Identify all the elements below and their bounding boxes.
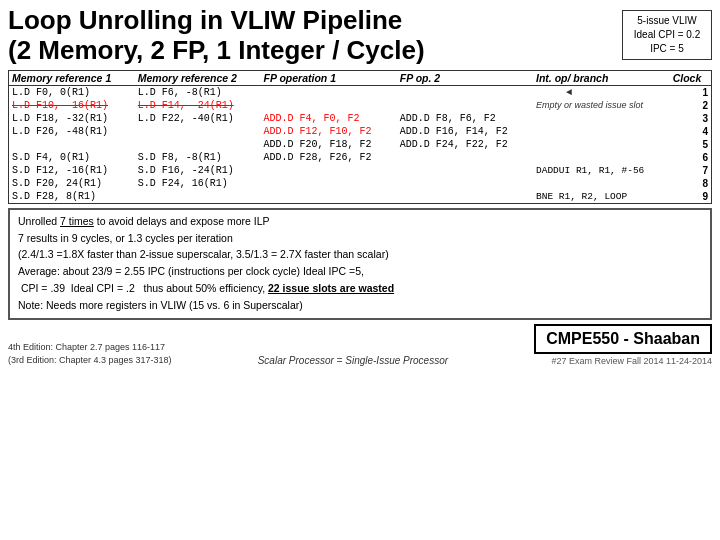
intop-cell: DADDUI R1, R1, #-56 [533, 164, 670, 177]
summary-line4: Average: about 23/9 = 2.55 IPC (instruct… [18, 264, 702, 280]
pipeline-table: Memory reference 1 Memory reference 2 FP… [9, 71, 711, 203]
table-row: L.D F18, -32(R1)L.D F22, -40(R1)ADD.D F4… [9, 112, 711, 125]
intop-cell [533, 125, 670, 138]
exam-info: #27 Exam Review Fall 2014 11-24-2014 [534, 356, 712, 366]
table-row: S.D F4, 0(R1)S.D F8, -8(R1)ADD.D F28, F2… [9, 151, 711, 164]
intop-cell [533, 177, 670, 190]
intop-cell [533, 112, 670, 125]
summary-line6: Note: Needs more registers in VLIW (15 v… [18, 298, 702, 314]
pipeline-table-container: Memory reference 1 Memory reference 2 FP… [8, 70, 712, 204]
table-row: S.D F12, -16(R1)S.D F16, -24(R1)DADDUI R… [9, 164, 711, 177]
col-header-mem1: Memory reference 1 [9, 71, 135, 86]
title-line2: (2 Memory, 2 FP, 1 Integer / Cycle) [8, 35, 425, 65]
cmpe-box: CMPE550 - Shaaban [534, 324, 712, 354]
vliw-info-box: 5-issue VLIW Ideal CPI = 0.2 IPC = 5 [622, 10, 712, 60]
summary-line1: Unrolled 7 times to avoid delays and exp… [18, 214, 702, 230]
main-title: Loop Unrolling in VLIW Pipeline (2 Memor… [8, 6, 614, 66]
table-row: L.D F0, 0(R1)L.D F6, -8(R1) ◄1 [9, 85, 711, 99]
vliw-line2: Ideal CPI = 0.2 [628, 28, 706, 42]
intop-cell [533, 151, 670, 164]
col-header-intop: Int. op/ branch [533, 71, 670, 86]
intop-cell: BNE R1, R2, LOOP [533, 190, 670, 203]
title-block: Loop Unrolling in VLIW Pipeline (2 Memor… [8, 6, 614, 66]
edition-block: 4th Edition: Chapter 2.7 pages 116-117 (… [8, 341, 172, 366]
table-row: S.D F28, 8(R1)BNE R1, R2, LOOP9 [9, 190, 711, 203]
table-row: ADD.D F20, F18, F2ADD.D F24, F22, F25 [9, 138, 711, 151]
vliw-line3: IPC = 5 [628, 42, 706, 56]
table-row: L.D F26, -48(R1)ADD.D F12, F10, F2ADD.D … [9, 125, 711, 138]
table-row: L.D F10, -16(R1)L.D F14, -24(R1)Empty or… [9, 99, 711, 112]
pipeline-tbody: L.D F0, 0(R1)L.D F6, -8(R1) ◄1L.D F10, -… [9, 85, 711, 203]
edition2: (3rd Edition: Chapter 4.3 pages 317-318) [8, 354, 172, 367]
vliw-line1: 5-issue VLIW [628, 14, 706, 28]
title-line1: Loop Unrolling in VLIW Pipeline [8, 5, 402, 35]
intop-cell [533, 138, 670, 151]
scalar-label: Scalar Processor = Single-Issue Processo… [172, 355, 535, 366]
scalar-label-block: Scalar Processor = Single-Issue Processo… [172, 355, 535, 366]
intop-cell: Empty or wasted issue slot [533, 99, 670, 112]
summary-line3: (2.4/1.3 =1.8X faster than 2-issue super… [18, 247, 702, 263]
table-header-row: Memory reference 1 Memory reference 2 FP… [9, 71, 711, 86]
edition1: 4th Edition: Chapter 2.7 pages 116-117 [8, 341, 172, 354]
summary-line2: 7 results in 9 cycles, or 1.3 cycles per… [18, 231, 702, 247]
header-row: Loop Unrolling in VLIW Pipeline (2 Memor… [8, 6, 712, 66]
cmpe-block: CMPE550 - Shaaban #27 Exam Review Fall 2… [534, 324, 712, 366]
intop-cell: ◄ [533, 85, 670, 99]
summary-line5: CPI = .39 Ideal CPI = .2 thus about 50% … [18, 281, 702, 297]
col-header-fp2: FP op. 2 [397, 71, 533, 86]
col-header-clock: Clock [670, 71, 711, 86]
col-header-mem2: Memory reference 2 [135, 71, 261, 86]
summary-section: Unrolled 7 times to avoid delays and exp… [8, 208, 712, 321]
main-container: Loop Unrolling in VLIW Pipeline (2 Memor… [0, 0, 720, 540]
table-row: S.D F20, 24(R1)S.D F24, 16(R1)8 [9, 177, 711, 190]
col-header-fp1: FP operation 1 [260, 71, 396, 86]
bottom-footer: 4th Edition: Chapter 2.7 pages 116-117 (… [8, 324, 712, 366]
wasted-slots-text: 22 issue slots are wasted [268, 282, 394, 294]
